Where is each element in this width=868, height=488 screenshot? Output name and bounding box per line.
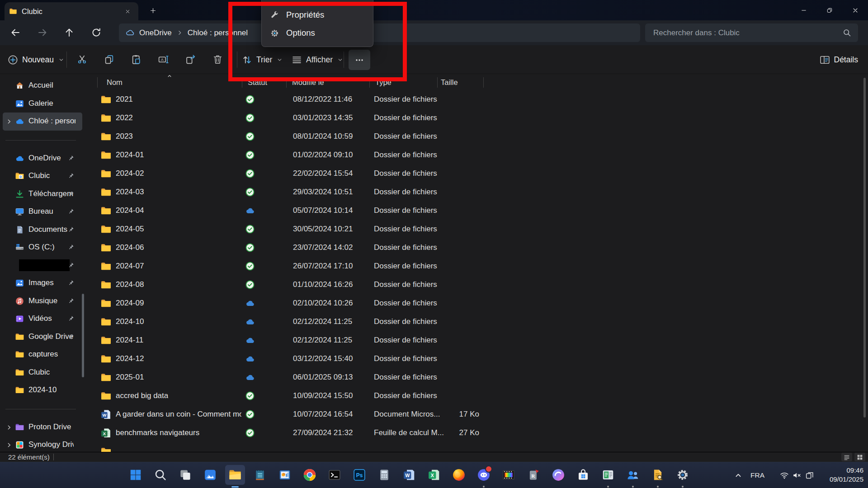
taskbar-icon[interactable] <box>200 465 220 485</box>
table-row[interactable]: benchmarks navigateurs 27/09/2024 21:32 … <box>85 424 863 442</box>
table-row[interactable]: 2024-10 02/12/2024 11:25 Dossier de fich… <box>85 313 863 331</box>
new-button[interactable]: Nouveau <box>7 49 64 70</box>
taskbar-icon[interactable] <box>548 465 568 485</box>
taskbar-icon[interactable] <box>225 465 245 485</box>
column-divider[interactable] <box>242 77 242 88</box>
table-row[interactable]: accred big data 10/09/2024 15:50 Dossier… <box>85 387 863 405</box>
sidebar-item[interactable]: OneDrive <box>3 150 82 168</box>
search-input[interactable] <box>645 23 858 42</box>
taskbar-icon[interactable] <box>499 465 519 485</box>
share-button[interactable] <box>185 54 196 65</box>
see-more-button[interactable] <box>349 50 370 70</box>
table-row[interactable]: 2024-04 05/07/2024 10:14 Dossier de fich… <box>85 202 863 220</box>
sidebar-item[interactable]: Clubic <box>3 364 82 382</box>
table-row[interactable]: 2024-06 23/07/2024 14:02 Dossier de fich… <box>85 239 863 257</box>
column-header[interactable]: Nom <box>107 78 123 87</box>
taskbar-icon[interactable] <box>275 465 295 485</box>
table-row[interactable]: 2024-09 02/10/2024 10:26 Dossier de fich… <box>85 294 863 313</box>
sidebar-item[interactable]: Images <box>3 274 82 292</box>
volume-muted-icon[interactable] <box>792 470 802 480</box>
delete-button[interactable] <box>212 54 223 65</box>
taskbar-icon[interactable] <box>175 465 195 485</box>
taskbar-icon[interactable] <box>673 465 693 485</box>
column-header[interactable]: Modifié le <box>292 78 324 87</box>
list-scrollbar[interactable] <box>863 78 866 418</box>
copy-button[interactable] <box>104 54 115 65</box>
taskbar-icon[interactable] <box>300 465 320 485</box>
paste-button[interactable] <box>131 54 142 65</box>
breadcrumb-onedrive[interactable]: OneDrive <box>139 28 172 38</box>
table-row[interactable]: 2024-05 30/05/2024 10:21 Dossier de fich… <box>85 220 863 239</box>
table-row[interactable] <box>85 442 863 452</box>
taskbar-icon[interactable] <box>349 465 369 485</box>
sidebar-item[interactable]: Téléchargem <box>3 185 82 203</box>
sidebar-scrollbar[interactable] <box>82 294 84 377</box>
clock[interactable]: 09:46 09/01/2025 <box>830 466 863 484</box>
taskbar-icon[interactable] <box>374 465 394 485</box>
table-row[interactable]: 2025-01 06/01/2025 09:13 Dossier de fich… <box>85 368 863 387</box>
column-divider[interactable] <box>286 77 287 88</box>
taskbar-icon[interactable] <box>250 465 270 485</box>
sidebar-item[interactable]: Google Drive <box>3 328 82 346</box>
column-header[interactable]: Type <box>375 78 392 87</box>
taskbar-icon[interactable] <box>573 465 593 485</box>
language-indicator[interactable]: FRA <box>750 471 764 479</box>
sidebar-item[interactable]: Chloé : personnel <box>3 113 82 131</box>
chevron-right-icon[interactable] <box>6 118 12 125</box>
taskbar-icon[interactable] <box>449 465 469 485</box>
taskbar-icon[interactable] <box>151 465 170 485</box>
tray-stack-icon[interactable] <box>805 470 815 480</box>
taskbar-icon[interactable] <box>524 465 543 485</box>
table-row[interactable]: A garder dans un coin - Comment modifi..… <box>85 405 863 424</box>
cut-button[interactable] <box>76 54 88 65</box>
sort-button[interactable]: Trier <box>241 49 283 70</box>
chevron-right-icon[interactable] <box>6 424 12 431</box>
table-row[interactable]: 2024-12 03/12/2024 15:40 Dossier de fich… <box>85 350 863 368</box>
taskbar-icon[interactable] <box>474 465 494 485</box>
new-tab-button[interactable] <box>147 5 159 16</box>
search-box[interactable] <box>645 23 858 42</box>
sidebar-item[interactable]: Accueil <box>3 77 82 95</box>
sidebar-item[interactable]: captures <box>3 346 82 364</box>
column-header[interactable]: Taille <box>441 78 458 87</box>
table-row[interactable]: 2024-08 01/10/2024 16:26 Dossier de fich… <box>85 276 863 294</box>
taskbar-icon[interactable] <box>623 465 643 485</box>
view-button[interactable]: Afficher <box>291 49 343 70</box>
table-row[interactable]: 2021 08/12/2022 11:46 Dossier de fichier… <box>85 90 863 109</box>
sidebar-item[interactable] <box>3 399 82 418</box>
table-row[interactable]: 2024-03 29/03/2024 10:51 Dossier de fich… <box>85 183 863 202</box>
details-view-button[interactable] <box>841 453 852 461</box>
up-button[interactable] <box>64 27 75 38</box>
sidebar-item[interactable]: Proton Drive <box>3 418 82 436</box>
sidebar-item[interactable] <box>3 257 82 275</box>
taskbar-icon[interactable] <box>325 465 344 485</box>
taskbar-icon[interactable] <box>424 465 444 485</box>
sidebar-item[interactable]: OS (C:) <box>3 239 82 257</box>
table-row[interactable]: 2023 08/01/2024 10:59 Dossier de fichier… <box>85 127 863 146</box>
chevron-right-icon[interactable] <box>6 442 12 448</box>
column-divider[interactable] <box>369 77 370 88</box>
sidebar-item[interactable]: 2024-10 <box>3 381 82 399</box>
column-divider[interactable] <box>437 77 438 88</box>
refresh-button[interactable] <box>91 27 102 38</box>
details-pane-button[interactable]: Détails <box>819 49 859 70</box>
table-row[interactable]: 2024-01 01/02/2024 09:10 Dossier de fich… <box>85 146 863 164</box>
minimize-button[interactable] <box>791 0 816 20</box>
sidebar-item[interactable]: Synology Drive . <box>3 436 82 452</box>
sidebar-item[interactable]: Galerie <box>3 95 82 113</box>
column-header[interactable]: Statut <box>248 78 267 87</box>
tray-chevron-up-icon[interactable] <box>733 470 743 480</box>
table-row[interactable]: 2024-02 22/02/2024 15:54 Dossier de fich… <box>85 164 863 183</box>
forward-button[interactable] <box>37 27 48 38</box>
sidebar-item[interactable]: Documents <box>3 221 82 239</box>
taskbar-icon[interactable] <box>126 465 146 485</box>
column-divider[interactable] <box>483 77 484 88</box>
breadcrumb-folder[interactable]: Chloé : personnel <box>188 28 248 38</box>
sidebar-item[interactable]: Clubic <box>3 167 82 185</box>
search-icon[interactable] <box>842 28 852 38</box>
close-button[interactable] <box>842 0 868 20</box>
sidebar-item[interactable]: Bureau <box>3 203 82 221</box>
rename-button[interactable] <box>158 54 169 65</box>
sidebar-item[interactable] <box>3 131 82 150</box>
tab-close-icon[interactable] <box>121 5 134 17</box>
